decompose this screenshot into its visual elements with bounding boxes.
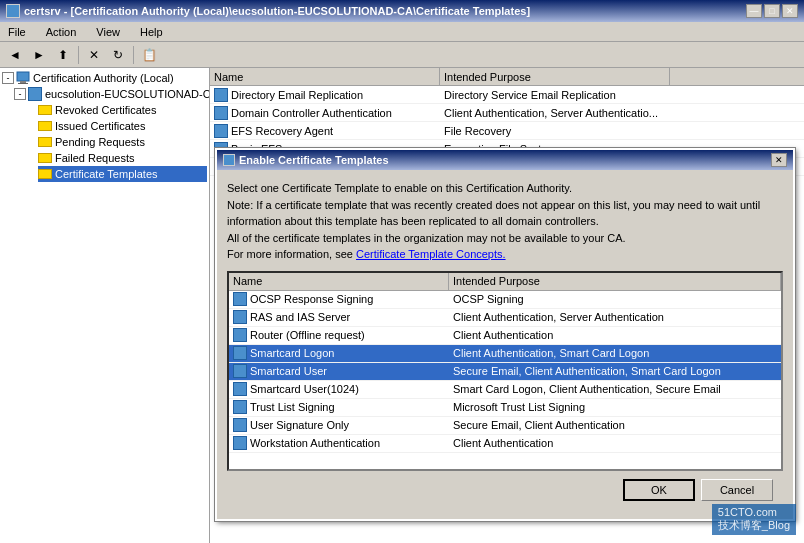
window-title: certsrv - [Certification Authority (Loca…: [24, 5, 530, 17]
modal-row-name: Smartcard User(1024): [250, 383, 359, 395]
modal-row-name: User Signature Only: [250, 419, 349, 431]
tree-templates-label: Certificate Templates: [55, 168, 158, 180]
modal-desc-line1: Select one Certificate Template to enabl…: [227, 182, 572, 194]
modal-dialog: Enable Certificate Templates ✕ Select on…: [215, 148, 795, 521]
tree-failed-label: Failed Requests: [55, 152, 135, 164]
modal-list-item[interactable]: Smartcard User(1024) Smart Card Logon, C…: [229, 381, 781, 399]
modal-list-item-smartcard-user[interactable]: Smartcard User Secure Email, Client Auth…: [229, 363, 781, 381]
minimize-button[interactable]: —: [746, 4, 762, 18]
menu-help[interactable]: Help: [136, 25, 167, 39]
tree-revoked-label: Revoked Certificates: [55, 104, 157, 116]
modal-description: Select one Certificate Template to enabl…: [227, 180, 783, 263]
cert-icon: [233, 346, 247, 360]
modal-row-purpose: Secure Email, Client Authentication, Sma…: [449, 363, 781, 380]
toolbar: ◄ ► ⬆ ✕ ↻ 📋: [0, 42, 804, 68]
modal-desc-line3: information about this template has been…: [227, 215, 599, 227]
ca-children: Revoked Certificates Issued Certificates…: [14, 102, 207, 182]
cert-icon: [233, 292, 247, 306]
close-button[interactable]: ✕: [782, 4, 798, 18]
watermark: 51CTO.com 技术博客_Blog: [712, 504, 796, 535]
modal-row-name: RAS and IAS Server: [250, 311, 350, 323]
templates-folder-icon: [38, 167, 52, 181]
menu-bar: File Action View Help: [0, 22, 804, 42]
ca-container: - eucsolution-EUCSOLUTIONAD-CA Revoked C…: [2, 86, 207, 182]
tree-ca[interactable]: - eucsolution-EUCSOLUTIONAD-CA: [14, 86, 207, 102]
maximize-button[interactable]: □: [764, 4, 780, 18]
sidebar-item-issued[interactable]: Issued Certificates: [38, 118, 207, 134]
cert-icon: [233, 328, 247, 342]
modal-list-item[interactable]: Trust List Signing Microsoft Trust List …: [229, 399, 781, 417]
sidebar-item-pending[interactable]: Pending Requests: [38, 134, 207, 150]
menu-view[interactable]: View: [92, 25, 124, 39]
col-purpose[interactable]: Intended Purpose: [440, 68, 670, 85]
modal-list-item[interactable]: RAS and IAS Server Client Authentication…: [229, 309, 781, 327]
cert-icon: [233, 364, 247, 378]
cert-icon: [233, 436, 247, 450]
modal-icon: [223, 154, 235, 166]
watermark-line2: 技术博客_Blog: [718, 519, 790, 531]
table-row[interactable]: Directory Email Replication Directory Se…: [210, 86, 804, 104]
root-expand[interactable]: -: [2, 72, 14, 84]
modal-row-purpose: Client Authentication, Server Authentica…: [449, 309, 781, 326]
row-name: EFS Recovery Agent: [231, 125, 333, 137]
svg-rect-2: [18, 83, 28, 84]
ca-icon: [28, 87, 42, 101]
modal-template-list[interactable]: Name Intended Purpose OCSP Response Sign…: [227, 271, 783, 471]
modal-col-name: Name: [229, 273, 449, 290]
cert-icon: [214, 124, 228, 138]
modal-list-item[interactable]: User Signature Only Secure Email, Client…: [229, 417, 781, 435]
back-button[interactable]: ◄: [4, 45, 26, 65]
tree-root[interactable]: - Certification Authority (Local): [2, 70, 207, 86]
table-row[interactable]: Domain Controller Authentication Client …: [210, 104, 804, 122]
modal-body: Select one Certificate Template to enabl…: [217, 170, 793, 519]
cert-icon: [233, 418, 247, 432]
issued-folder-icon: [38, 119, 52, 133]
cert-icon: [233, 310, 247, 324]
ca-expand[interactable]: -: [14, 88, 26, 100]
export-button[interactable]: 📋: [138, 45, 160, 65]
cancel-button[interactable]: Cancel: [701, 479, 773, 501]
modal-close-button[interactable]: ✕: [771, 153, 787, 167]
table-row[interactable]: EFS Recovery Agent File Recovery: [210, 122, 804, 140]
modal-title-bar: Enable Certificate Templates ✕: [217, 150, 793, 170]
col-name[interactable]: Name: [210, 68, 440, 85]
modal-link[interactable]: Certificate Template Concepts.: [356, 248, 506, 260]
modal-title: Enable Certificate Templates: [239, 154, 389, 166]
refresh-button[interactable]: ↻: [107, 45, 129, 65]
app-icon: [6, 4, 20, 18]
modal-row-purpose: Client Authentication: [449, 327, 781, 344]
modal-list-item[interactable]: Workstation Authentication Client Authen…: [229, 435, 781, 453]
sidebar-item-failed[interactable]: Failed Requests: [38, 150, 207, 166]
menu-action[interactable]: Action: [42, 25, 81, 39]
modal-list-item-smartcard-logon[interactable]: Smartcard Logon Client Authentication, S…: [229, 345, 781, 363]
modal-row-name: OCSP Response Signing: [250, 293, 373, 305]
modal-row-name: Smartcard User: [250, 365, 327, 377]
modal-row-purpose: Microsoft Trust List Signing: [449, 399, 781, 416]
modal-desc-line5: For more information, see: [227, 248, 353, 260]
sidebar-item-revoked[interactable]: Revoked Certificates: [38, 102, 207, 118]
modal-footer: OK Cancel: [227, 471, 783, 509]
menu-file[interactable]: File: [4, 25, 30, 39]
modal-desc-line4: All of the certificate templates in the …: [227, 232, 626, 244]
modal-row-purpose: Client Authentication: [449, 435, 781, 452]
watermark-line1: 51CTO.com: [718, 506, 777, 518]
forward-button[interactable]: ►: [28, 45, 50, 65]
svg-rect-1: [20, 81, 26, 83]
modal-row-purpose: Smart Card Logon, Client Authentication,…: [449, 381, 781, 398]
cert-icon: [214, 88, 228, 102]
up-button[interactable]: ⬆: [52, 45, 74, 65]
modal-list-item[interactable]: OCSP Response Signing OCSP Signing: [229, 291, 781, 309]
modal-row-name: Smartcard Logon: [250, 347, 334, 359]
stop-button[interactable]: ✕: [83, 45, 105, 65]
row-purpose: Directory Service Email Replication: [440, 86, 804, 103]
computer-icon: [16, 71, 30, 85]
toolbar-separator-2: [133, 46, 134, 64]
modal-list-item[interactable]: Router (Offline request) Client Authenti…: [229, 327, 781, 345]
sidebar-item-templates[interactable]: Certificate Templates: [38, 166, 207, 182]
modal-row-purpose: Secure Email, Client Authentication: [449, 417, 781, 434]
row-name: Domain Controller Authentication: [231, 107, 392, 119]
ok-button[interactable]: OK: [623, 479, 695, 501]
row-name: Directory Email Replication: [231, 89, 363, 101]
failed-folder-icon: [38, 151, 52, 165]
pending-folder-icon: [38, 135, 52, 149]
